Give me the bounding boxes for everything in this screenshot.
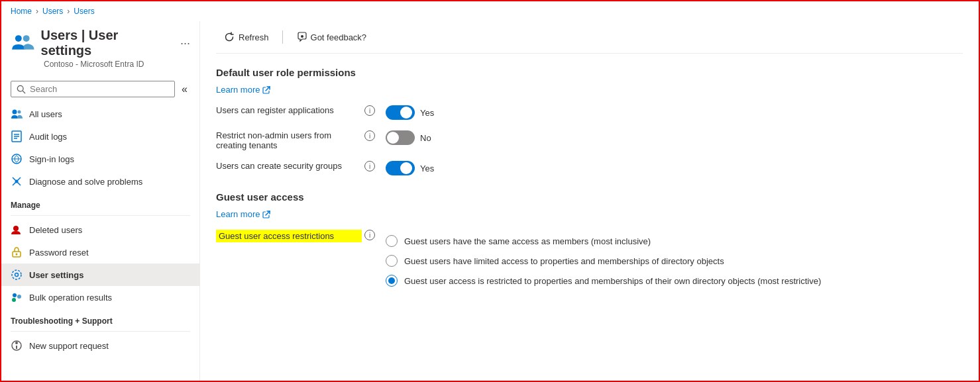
radio-most-inclusive-circle[interactable]	[386, 235, 398, 247]
sidebar: Users | User settings ··· Contoso - Micr…	[1, 21, 200, 381]
setting-restrict-nonadmin: Restrict non-admin users from creating t…	[216, 130, 963, 150]
search-input[interactable]	[30, 84, 169, 94]
radio-limited-access-label: Guest users have limited access to prope…	[404, 256, 724, 266]
svg-point-15	[16, 254, 18, 256]
register-apps-value: Yes	[420, 108, 434, 118]
toggle-knob	[400, 107, 412, 119]
page-title: Users | User settings	[41, 28, 171, 58]
sidebar-item-audit-logs[interactable]: Audit logs	[1, 125, 199, 148]
collapse-sidebar-button[interactable]: «	[179, 83, 190, 95]
setting-register-apps: Users can register applications i Yes	[216, 105, 963, 120]
svg-point-1	[23, 35, 30, 42]
sidebar-item-deleted-users[interactable]: Deleted users	[1, 218, 199, 241]
svg-point-19	[17, 295, 21, 299]
radio-most-restrictive-circle[interactable]	[386, 275, 398, 287]
svg-point-22	[15, 342, 18, 344]
refresh-button[interactable]: Refresh	[216, 28, 277, 46]
feedback-icon	[296, 32, 307, 42]
breadcrumb-users-1[interactable]: Users	[42, 7, 63, 16]
sidebar-item-new-support[interactable]: New support request	[1, 334, 199, 357]
search-icon	[17, 85, 26, 94]
radio-limited-access[interactable]: Guest users have limited access to prope…	[386, 255, 821, 267]
sidebar-header: Users | User settings ··· Contoso - Micr…	[1, 21, 199, 78]
default-learn-more-label: Learn more	[216, 85, 260, 95]
sidebar-item-user-settings-label: User settings	[29, 270, 83, 280]
register-apps-info-icon[interactable]: i	[364, 105, 375, 116]
register-apps-label: Users can register applications	[216, 105, 362, 115]
signin-icon	[11, 153, 23, 165]
toolbar: Refresh Got feedback?	[216, 21, 963, 54]
create-security-label: Users can create security groups	[216, 161, 362, 171]
guest-options-group: Guest users have the same access as memb…	[386, 235, 821, 287]
settings-icon	[11, 269, 23, 281]
guest-access-section: Guest user access Learn more Guest user …	[216, 191, 963, 287]
radio-limited-access-circle[interactable]	[386, 255, 398, 267]
more-options-icon[interactable]: ···	[180, 36, 190, 50]
radio-most-restrictive[interactable]: Guest user access is restricted to prope…	[386, 275, 821, 287]
guest-restriction-info-icon[interactable]: i	[364, 230, 375, 240]
restrict-nonadmin-info-icon[interactable]: i	[364, 130, 375, 141]
diagnose-icon	[11, 175, 23, 187]
svg-point-4	[13, 110, 17, 115]
main-content: Refresh Got feedback? Default user role …	[200, 21, 979, 381]
sidebar-item-user-settings[interactable]: User settings	[1, 263, 199, 286]
create-security-value: Yes	[420, 164, 434, 173]
default-permissions-section: Default user role permissions Learn more…	[216, 67, 963, 175]
breadcrumb: Home › Users › Users	[1, 1, 979, 21]
svg-point-20	[12, 298, 16, 302]
sidebar-item-diagnose[interactable]: Diagnose and solve problems	[1, 170, 199, 193]
sidebar-item-password-reset-label: Password reset	[29, 248, 89, 258]
register-apps-toggle[interactable]	[386, 105, 415, 120]
create-security-info-icon[interactable]: i	[364, 161, 375, 171]
guest-restriction-label: Guest user access restrictions	[216, 230, 362, 242]
audit-logs-icon	[11, 130, 23, 142]
svg-point-16	[15, 273, 19, 277]
svg-point-17	[12, 270, 21, 279]
users-logo-icon	[11, 31, 34, 55]
sidebar-item-deleted-users-label: Deleted users	[29, 225, 82, 235]
default-learn-more-link[interactable]: Learn more	[216, 85, 270, 95]
support-section-label: Troubleshooting + Support	[1, 309, 199, 328]
radio-most-inclusive-label: Guest users have the same access as memb…	[404, 236, 651, 246]
restrict-nonadmin-value: No	[420, 133, 431, 143]
refresh-label: Refresh	[239, 32, 269, 42]
svg-rect-23	[16, 346, 17, 349]
manage-divider	[11, 215, 190, 216]
svg-point-13	[13, 226, 19, 231]
radio-most-restrictive-label: Guest user access is restricted to prope…	[404, 276, 821, 286]
breadcrumb-home[interactable]: Home	[11, 7, 32, 16]
svg-line-3	[23, 91, 25, 93]
radio-most-inclusive[interactable]: Guest users have the same access as memb…	[386, 235, 821, 247]
toolbar-divider	[282, 30, 283, 44]
feedback-button[interactable]: Got feedback?	[288, 28, 375, 46]
sidebar-item-all-users[interactable]: All users	[1, 103, 199, 125]
sidebar-item-password-reset[interactable]: Password reset	[1, 241, 199, 263]
create-security-toggle[interactable]	[386, 161, 415, 175]
restrict-nonadmin-toggle[interactable]	[386, 130, 415, 145]
sidebar-item-sign-in-logs[interactable]: Sign-in logs	[1, 148, 199, 170]
all-users-icon	[11, 108, 23, 120]
toggle-knob-2	[387, 132, 399, 144]
guest-learn-more-label: Learn more	[216, 209, 260, 219]
sidebar-item-diagnose-label: Diagnose and solve problems	[29, 177, 142, 187]
restrict-nonadmin-label: Restrict non-admin users from creating t…	[216, 130, 362, 150]
manage-section-label: Manage	[1, 193, 199, 213]
sidebar-item-signin-logs-label: Sign-in logs	[29, 154, 74, 164]
svg-point-12	[15, 180, 19, 183]
sidebar-item-all-users-label: All users	[29, 109, 62, 119]
refresh-icon	[224, 32, 235, 42]
breadcrumb-users-2[interactable]: Users	[74, 7, 94, 16]
sidebar-item-bulk-label: Bulk operation results	[29, 293, 112, 303]
bulk-icon	[11, 291, 23, 303]
support-divider	[11, 331, 190, 332]
deleted-users-icon	[11, 224, 23, 236]
guest-external-link-icon	[262, 211, 270, 218]
password-icon	[11, 246, 23, 258]
external-link-icon	[262, 86, 270, 94]
sidebar-item-new-support-label: New support request	[29, 341, 109, 351]
sidebar-item-bulk-operations[interactable]: Bulk operation results	[1, 286, 199, 309]
toggle-knob-3	[400, 162, 412, 174]
guest-learn-more-link[interactable]: Learn more	[216, 209, 270, 219]
page-subtitle: Contoso - Microsoft Entra ID	[44, 60, 190, 69]
svg-point-24	[301, 35, 303, 38]
